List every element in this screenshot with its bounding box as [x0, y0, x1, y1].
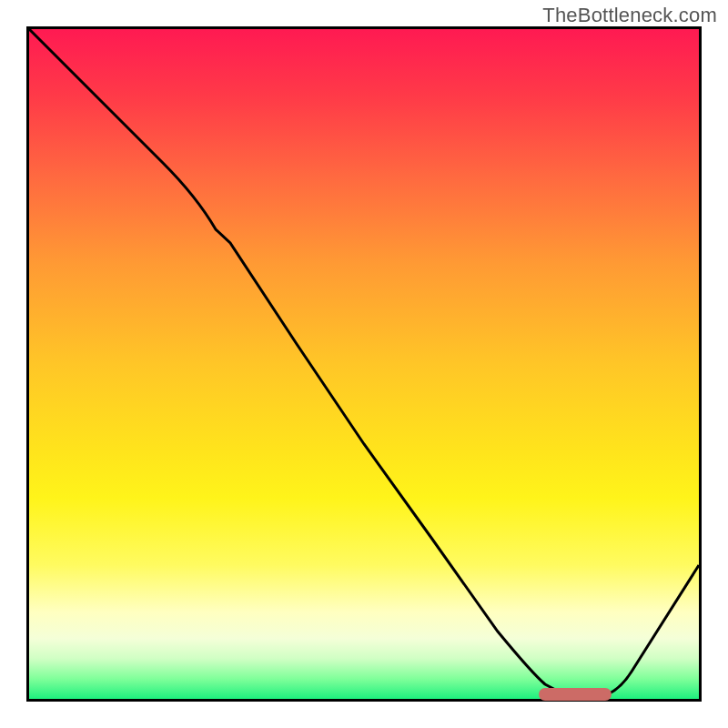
chart-container: TheBottleneck.com [0, 0, 728, 728]
bottleneck-curve [29, 29, 699, 699]
optimal-range-marker [539, 688, 612, 701]
chart-frame [26, 26, 702, 702]
watermark-text: TheBottleneck.com [542, 4, 717, 27]
curve-path [29, 29, 699, 697]
